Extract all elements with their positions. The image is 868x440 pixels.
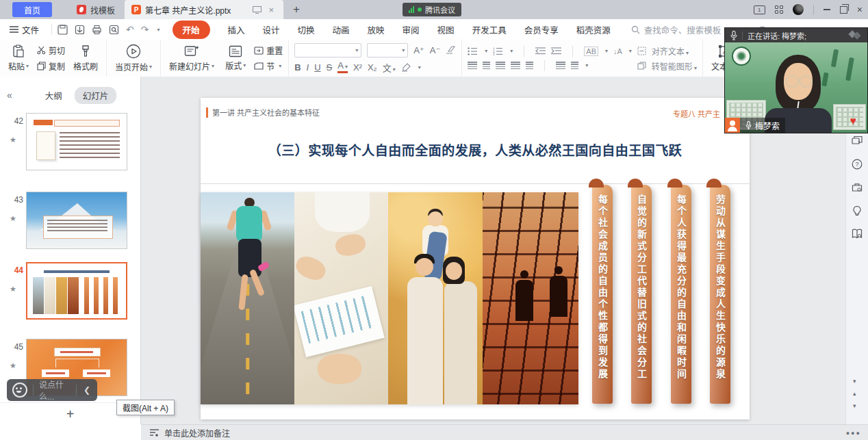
quick-access-dropdown-icon[interactable]: ▾ (157, 27, 159, 33)
slide-thumbnail-42[interactable] (26, 113, 127, 170)
account-avatar[interactable] (793, 4, 804, 15)
collapse-chat-icon[interactable]: ❮ (77, 385, 97, 395)
tab-member[interactable]: 会员专享 (524, 23, 559, 36)
file-menu[interactable]: 文件 (10, 23, 46, 36)
section-button[interactable]: 节▾ (254, 60, 283, 72)
document-tab[interactable]: P 第七章 共产主义论.pptx × (125, 0, 283, 19)
decrease-indent-icon[interactable] (535, 47, 546, 55)
tab-slideshow[interactable]: 放映 (368, 23, 385, 36)
align-right-icon[interactable] (496, 62, 505, 69)
notes-bar[interactable]: 单击此处添加备注 ●●● (141, 424, 868, 440)
italic-button[interactable]: I (307, 62, 309, 73)
close-button[interactable]: × (857, 4, 863, 15)
strikethrough-button[interactable]: S (327, 62, 333, 73)
font-family-select[interactable]: ▾ (294, 43, 361, 57)
format-painter-button[interactable]: 格式刷 (71, 43, 101, 73)
phonetic-guide-button[interactable]: 文▾ (383, 61, 396, 74)
scroll-up-icon[interactable]: ▾ (853, 378, 856, 385)
increase-font-button[interactable]: A⁺ (413, 45, 424, 55)
next-slide-icon[interactable]: ▾ (853, 402, 856, 409)
cut-button[interactable]: 剪切 (37, 44, 65, 56)
play-from-current-button[interactable]: 当页开始▾ (112, 42, 155, 74)
font-size-select[interactable]: ▾ (367, 43, 408, 57)
ribbon-banner-4[interactable]: 劳动从谋生手段变成人生快乐的源泉 (710, 185, 730, 404)
slide-header-left[interactable]: 第一讲 共产主义社会的基本特征 (206, 107, 320, 118)
flag-star-icon[interactable]: ★ (10, 214, 16, 223)
current-slide[interactable]: 第一讲 共产主义社会的基本特征 专题八 共产主 （三）实现每个人自由而全面的发展… (201, 98, 750, 419)
ab-marker-button[interactable]: AB (584, 47, 598, 56)
chat-input[interactable]: 说点什么... (34, 378, 76, 402)
ribbon-banner-3[interactable]: 每个人获得最充分的自由和闲暇时间 (671, 185, 691, 404)
photo-collage[interactable] (201, 192, 578, 404)
photo-teamwork-tablet[interactable] (294, 192, 388, 404)
bullet-list-icon[interactable] (468, 47, 478, 55)
help-icon[interactable]: ? (852, 159, 863, 170)
align-text-button[interactable]: 对齐文本▾ (652, 45, 689, 57)
to-smart-graphic-button[interactable]: 转智能图形▾ (652, 60, 697, 72)
copy-button[interactable]: 复制 (37, 60, 65, 72)
photo-construction-sunset[interactable] (483, 192, 578, 404)
export-pdf-icon[interactable] (75, 25, 85, 35)
command-search[interactable]: 查找命令、搜索模板 (631, 23, 722, 36)
distribute-icon[interactable] (526, 62, 533, 69)
previous-slide-icon[interactable]: ▴ (853, 390, 856, 397)
font-color-button[interactable]: A▾ (337, 62, 348, 73)
clear-format-icon[interactable] (446, 46, 456, 54)
meeting-title-bar[interactable]: 正在讲话: 梅梦索; (725, 28, 867, 42)
idea-lightbulb-icon[interactable] (852, 205, 863, 216)
flag-star-icon[interactable]: ★ (10, 361, 16, 370)
ribbon-banner-1[interactable]: 每个社会成员的自由个性都得到发展 (592, 185, 613, 404)
increase-indent-icon[interactable] (551, 47, 561, 55)
photo-family-autumn[interactable] (388, 192, 483, 404)
meeting-chat-pill[interactable]: 说点什么... ❮ (7, 379, 97, 401)
tab-design[interactable]: 设计 (263, 23, 280, 36)
duplicate-slide-icon[interactable] (852, 135, 863, 146)
emoji-icon[interactable] (12, 383, 27, 398)
highlight-dropdown-icon[interactable]: ▾ (418, 64, 421, 70)
justify-icon[interactable] (511, 62, 520, 69)
tab-docer-resource[interactable]: 稻壳资源 (576, 23, 611, 36)
flag-star-icon[interactable]: ★ (10, 135, 16, 144)
slide-thumbnail-44-selected[interactable] (26, 262, 127, 320)
bold-button[interactable]: B (294, 62, 301, 73)
print-preview-icon[interactable] (109, 25, 119, 35)
tab-developer[interactable]: 开发工具 (472, 23, 507, 36)
slides-tab[interactable]: 幻灯片 (75, 87, 117, 104)
participant-video[interactable]: ♥ 梅梦索 (725, 42, 867, 133)
restore-button[interactable] (840, 6, 847, 14)
tab-review[interactable]: 审阅 (403, 23, 420, 36)
flag-star-icon[interactable]: ★ (10, 285, 16, 294)
present-mode-icon[interactable] (253, 6, 261, 14)
photo-runner[interactable] (201, 192, 294, 404)
text-direction-button[interactable]: ↓A (613, 47, 622, 55)
find-template-tab[interactable]: 找模板 (67, 0, 125, 19)
single-window-mode-icon[interactable]: 1 (754, 5, 765, 14)
slide-layout-button[interactable]: 版式▾ (222, 44, 248, 73)
minimize-button[interactable] (824, 9, 830, 10)
new-slide-button[interactable]: 新建幻灯片▾ (166, 43, 217, 73)
collapse-panel-icon[interactable]: « (7, 90, 12, 101)
tab-insert[interactable]: 插入 (228, 23, 245, 36)
numbered-list-icon[interactable]: 123 (493, 47, 503, 55)
highlight-icon[interactable] (401, 63, 411, 72)
decrease-font-button[interactable]: A⁻ (430, 45, 441, 55)
line-spacing-icon[interactable] (556, 62, 565, 69)
tab-close-icon[interactable]: × (266, 5, 277, 15)
tab-view[interactable]: 视图 (437, 23, 455, 36)
tab-animation[interactable]: 动画 (333, 23, 350, 36)
underline-button[interactable]: U (314, 62, 320, 73)
new-tab-button[interactable]: + (283, 3, 309, 16)
reference-book-icon[interactable] (852, 229, 863, 240)
meeting-status-badge[interactable]: 腾讯会议 (403, 3, 461, 16)
slide-title[interactable]: （三）实现每个人自由而全面的发展，人类从必然王国向自由王国飞跃 (201, 140, 750, 159)
save-icon[interactable] (58, 25, 68, 35)
tab-transition[interactable]: 切换 (298, 23, 315, 36)
align-center-icon[interactable] (483, 62, 490, 69)
undo-icon[interactable]: ↶ (126, 24, 134, 35)
paste-button[interactable]: 粘贴▾ (5, 43, 31, 73)
align-left-icon[interactable] (468, 62, 477, 69)
print-icon[interactable] (92, 25, 102, 35)
meeting-floating-window[interactable]: 正在讲话: 梅梦索; ♥ 梅梦索 (724, 27, 868, 133)
superscript-button[interactable]: X² (353, 62, 362, 73)
tab-home-menu[interactable]: 开始 (173, 21, 210, 39)
